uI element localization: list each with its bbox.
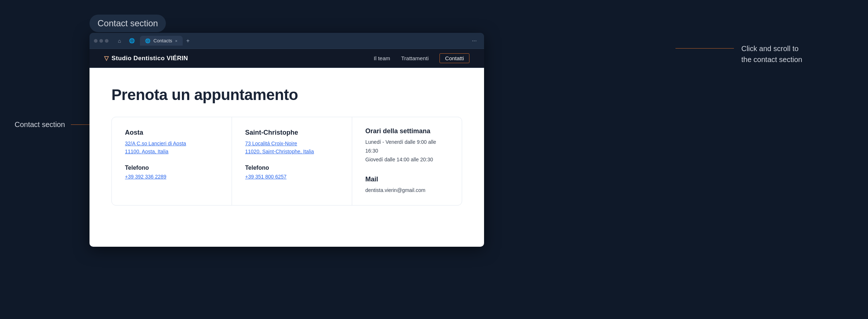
browser-toolbar: ⌂ 🌐 🌐 Contacts × + ··· [90, 33, 484, 49]
home-button[interactable]: ⌂ [114, 36, 125, 46]
mail-section: Mail dentista.vierin@gmail.com [365, 176, 449, 195]
aosta-address-line1[interactable]: 32/A C.so Lancieri di Aosta [125, 139, 218, 147]
hours-line1: Lunedí - Venerdí dalle 9:00 alle 16:30 [365, 138, 449, 155]
site-content: Prenota un appuntamento Aosta 32/A C.so … [90, 68, 484, 247]
saint-christophe-city: Saint-Christophe [245, 129, 339, 137]
nav-link-team[interactable]: Il team [374, 55, 390, 61]
active-tab[interactable]: 🌐 Contacts × [140, 36, 183, 46]
browser-nav: ⌂ 🌐 [114, 36, 137, 46]
contact-section-badge: Contact section [90, 15, 166, 32]
contact-card: Aosta 32/A C.so Lancieri di Aosta 11100,… [111, 117, 462, 205]
home-icon: ⌂ [118, 38, 121, 44]
hours-line2: Giovedí dalle 14:00 alle 20:30 [365, 155, 449, 164]
window-controls [94, 39, 108, 43]
globe-icon: 🌐 [129, 38, 135, 43]
hours-title: Orari della settimana [365, 127, 449, 135]
saint-christophe-address-line2[interactable]: 11020, Saint-Christophe, Italia [245, 147, 339, 155]
aosta-city: Aosta [125, 129, 218, 137]
info-column: Orari della settimana Lunedí - Venerdí d… [352, 117, 462, 205]
nav-link-trattamenti[interactable]: Trattamenti [401, 55, 429, 61]
hours-section: Orari della settimana Lunedí - Venerdí d… [365, 127, 449, 164]
tab-close-button[interactable]: × [175, 39, 177, 43]
new-tab-button[interactable]: + [184, 36, 192, 46]
dot-3 [105, 39, 108, 43]
site-navbar: ▽ Studio Dentistico VIÉRIN Il team Tratt… [90, 49, 484, 68]
nav-link-contatti[interactable]: Contatti [439, 53, 469, 63]
browser-menu-button[interactable]: ··· [469, 36, 480, 46]
mail-email: dentista.vierin@gmail.com [365, 186, 449, 195]
dot-1 [94, 39, 98, 43]
browser-window: ⌂ 🌐 🌐 Contacts × + ··· ▽ Studio Dentisti… [90, 33, 484, 247]
dot-2 [99, 39, 103, 43]
saint-christophe-address-line1[interactable]: 73 Localitá Croix-Noire [245, 139, 339, 147]
saint-christophe-phone[interactable]: +39 351 800 6257 [245, 174, 286, 180]
aosta-address-line2[interactable]: 11100, Aosta, Italia [125, 147, 218, 155]
page-title: Prenota un appuntamento [111, 86, 462, 104]
aosta-phone[interactable]: +39 392 336 2289 [125, 174, 166, 180]
logo-icon: ▽ [104, 55, 108, 62]
mail-title: Mail [365, 176, 449, 183]
aosta-phone-label: Telefono [125, 165, 218, 171]
saint-christophe-phone-label: Telefono [245, 165, 339, 171]
saint-christophe-column: Saint-Christophe 73 Localitá Croix-Noire… [232, 117, 352, 205]
site-logo: ▽ Studio Dentistico VIÉRIN [104, 55, 188, 62]
logo-text: Studio Dentistico VIÉRIN [111, 55, 188, 62]
site-nav-links: Il team Trattamenti Contatti [374, 53, 469, 63]
right-annotation: Click and scroll to the contact section [741, 43, 802, 65]
tab-bar: 🌐 Contacts × + [140, 36, 466, 46]
tab-label: Contacts [153, 38, 172, 43]
aosta-column: Aosta 32/A C.so Lancieri di Aosta 11100,… [112, 117, 232, 205]
tab-globe-icon: 🌐 [145, 38, 151, 43]
globe-button[interactable]: 🌐 [127, 36, 137, 46]
